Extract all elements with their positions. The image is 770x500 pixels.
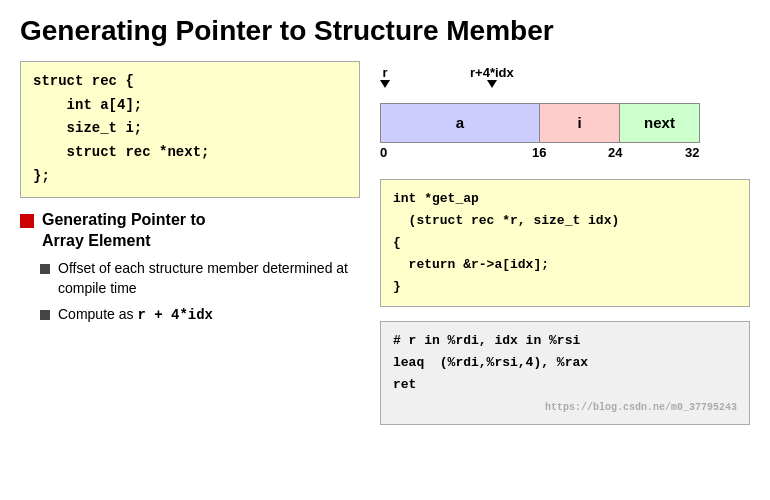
c-code-box: int *get_ap (struct rec *r, size_t idx) …: [380, 179, 750, 307]
offset-0: 0: [380, 145, 387, 160]
label-r-offset: r+4*idx: [470, 65, 514, 80]
arrow-r-offset: r+4*idx: [470, 65, 514, 88]
asm-code-box: # r in %rdi, idx in %rsi leaq (%rdi,%rsi…: [380, 321, 750, 424]
offset-bar: 0 16 24 32: [380, 145, 700, 165]
offset-24: 24: [608, 145, 622, 160]
offset-32: 32: [685, 145, 699, 160]
label-r: r: [382, 65, 387, 80]
c-line-4: return &r->a[idx];: [393, 254, 737, 276]
c-line-5: }: [393, 276, 737, 298]
mem-block-next: next: [620, 103, 700, 143]
page-title: Generating Pointer to Structure Member: [20, 16, 750, 47]
struct-line-4: struct rec *next;: [33, 141, 347, 165]
struct-line-1: struct rec {: [33, 70, 347, 94]
bottom-left-section: Generating Pointer to Array Element Offs…: [20, 210, 360, 325]
bullet-text-1: Offset of each structure member determin…: [58, 259, 360, 298]
mem-block-a: a: [380, 103, 540, 143]
struct-line-3: size_t i;: [33, 117, 347, 141]
offset-16: 16: [532, 145, 546, 160]
bullet-icon-1: [40, 264, 50, 274]
asm-line-2: leaq (%rdi,%rsi,4), %rax: [393, 352, 737, 374]
arrow-r: r: [380, 65, 390, 88]
arrow-r-icon: [380, 80, 390, 88]
mem-block-i: i: [540, 103, 620, 143]
struct-code-box: struct rec { int a[4]; size_t i; struct …: [20, 61, 360, 198]
main-content: struct rec { int a[4]; size_t i; struct …: [20, 61, 750, 425]
bullet-item-1: Offset of each structure member determin…: [40, 259, 360, 298]
memory-diagram: r r+4*idx a i next 0 16 24 32: [380, 61, 750, 165]
memory-blocks: a i next: [380, 103, 750, 143]
c-line-1: int *get_ap: [393, 188, 737, 210]
bullet-item-2: Compute as r + 4*idx: [40, 305, 360, 326]
section-title-text: Generating Pointer to Array Element: [42, 210, 206, 252]
section-title: Generating Pointer to Array Element: [20, 210, 360, 252]
bullet-list: Offset of each structure member determin…: [20, 259, 360, 325]
struct-line-2: int a[4];: [33, 94, 347, 118]
c-line-3: {: [393, 232, 737, 254]
bullet-icon-2: [40, 310, 50, 320]
right-column: r r+4*idx a i next 0 16 24 32: [380, 61, 750, 425]
asm-line-1: # r in %rdi, idx in %rsi: [393, 330, 737, 352]
bullet-text-2: Compute as r + 4*idx: [58, 305, 213, 326]
diagram-labels: r r+4*idx: [380, 65, 750, 101]
left-column: struct rec { int a[4]; size_t i; struct …: [20, 61, 360, 425]
c-line-2: (struct rec *r, size_t idx): [393, 210, 737, 232]
watermark: https://blog.csdn.ne/m0_37795243: [393, 399, 737, 416]
asm-line-3: ret: [393, 374, 737, 396]
struct-line-5: };: [33, 165, 347, 189]
arrow-offset-icon: [487, 80, 497, 88]
red-square-icon: [20, 214, 34, 228]
